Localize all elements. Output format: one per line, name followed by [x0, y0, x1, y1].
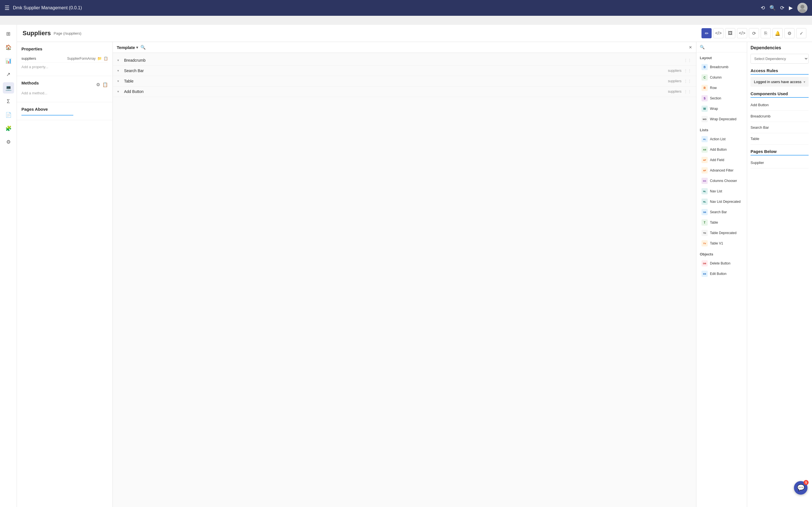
- layout-badge-ab: AB: [702, 147, 708, 153]
- code-button[interactable]: </>: [713, 28, 723, 38]
- layout-item-action-list[interactable]: AL Action List: [698, 134, 745, 144]
- layout-item-breadcrumb[interactable]: B Breadcrumb: [698, 62, 745, 72]
- layout-name-sb: Search Bar: [710, 210, 727, 214]
- avatar[interactable]: [797, 3, 808, 13]
- addbutton-chevron-icon: ▾: [117, 90, 122, 94]
- template-label: Template: [117, 45, 135, 50]
- copy-button[interactable]: ⎘: [761, 28, 771, 38]
- table-chevron-icon: ▾: [117, 79, 122, 83]
- layout-item-section[interactable]: S Section: [698, 93, 745, 103]
- template-item-addbutton[interactable]: ▾ Add Button suppliers ⋮⋮: [113, 87, 696, 97]
- template-title: Template ▾: [117, 45, 138, 50]
- image-button[interactable]: 🖼: [725, 28, 735, 38]
- pages-below-title: Pages Below: [751, 149, 809, 156]
- template-item-searchbar[interactable]: ▾ Search Bar suppliers ⋮⋮: [113, 66, 696, 76]
- embed-button[interactable]: </>: [737, 28, 747, 38]
- template-search-icon[interactable]: 🔍: [140, 45, 146, 50]
- component-item-table[interactable]: Table: [751, 133, 809, 145]
- layout-name-db: Delete Button: [710, 262, 730, 265]
- history-icon[interactable]: ⟲: [761, 5, 765, 11]
- template-item-breadcrumb[interactable]: ▾ Breadcrumb ⋮⋮: [113, 55, 696, 66]
- layout-panel: 🔍 ▼ Layout B Breadcrumb C Column R Row: [696, 42, 747, 507]
- layout-item-wrap-deprecated[interactable]: WD Wrap Deprecated: [698, 114, 745, 124]
- layout-badge-al: AL: [702, 136, 708, 142]
- refresh-button[interactable]: ⟳: [749, 28, 759, 38]
- notify-button[interactable]: 🔔: [772, 28, 783, 38]
- addbutton-grip-icon[interactable]: ⋮⋮: [684, 89, 692, 94]
- pages-above-title: Pages Above: [21, 107, 108, 112]
- layout-badge-sb: SB: [702, 209, 708, 215]
- methods-gear-icon[interactable]: ⚙: [96, 82, 100, 87]
- sidebar-item-components[interactable]: 🧩: [3, 123, 14, 134]
- addbutton-tag: suppliers: [668, 90, 681, 94]
- sidebar-item-grid[interactable]: ⊞: [3, 28, 14, 40]
- layout-name-t: Table: [710, 221, 718, 224]
- component-item-addbutton[interactable]: Add Button: [751, 100, 809, 111]
- page-below-supplier[interactable]: Supplier: [751, 157, 809, 168]
- layout-item-delete-button[interactable]: DB Delete Button: [698, 258, 745, 269]
- layout-item-edit-button[interactable]: EB Edit Button: [698, 269, 745, 279]
- layout-name-wrap: Wrap: [710, 107, 718, 111]
- layout-item-table[interactable]: T Table: [698, 217, 745, 228]
- layout-item-table-deprecated[interactable]: TD Table Deprecated: [698, 228, 745, 238]
- layout-search-input[interactable]: [706, 45, 747, 49]
- layout-item-advanced-filter[interactable]: AF Advanced Filter: [698, 165, 745, 175]
- chat-bubble[interactable]: 💬 5: [794, 481, 808, 495]
- layout-item-column[interactable]: C Column: [698, 72, 745, 82]
- add-property-placeholder[interactable]: Add a property...: [21, 62, 108, 71]
- settings-button[interactable]: ⚙: [784, 28, 795, 38]
- layout-search-icon: 🔍: [700, 45, 705, 49]
- template-chevron-icon[interactable]: ▾: [136, 45, 138, 50]
- methods-copy-icon[interactable]: 📋: [102, 82, 108, 87]
- layout-badge-cc: CC: [702, 178, 708, 184]
- layout-item-wrap[interactable]: W Wrap: [698, 104, 745, 114]
- sync-icon[interactable]: ⟳: [780, 5, 784, 11]
- layout-name-row: Row: [710, 86, 717, 90]
- template-item-table[interactable]: ▾ Table suppliers ⋮⋮: [113, 76, 696, 87]
- play-icon[interactable]: ▶: [789, 5, 793, 11]
- layout-item-row[interactable]: R Row: [698, 83, 745, 93]
- sidebar-item-files[interactable]: 📄: [3, 109, 14, 121]
- topnav-icons: ⟲ 🔍 ⟳ ▶: [761, 3, 808, 13]
- access-rule-item[interactable]: Logged in users have access ▾: [751, 77, 809, 87]
- properties-section: Properties suppliers SupplierFormArray 📁…: [17, 42, 112, 76]
- check-button[interactable]: ✓: [796, 28, 806, 38]
- sidebar-item-pages[interactable]: 💻: [3, 82, 14, 94]
- edit-button[interactable]: ✏: [702, 28, 712, 38]
- layout-badge-td: TD: [702, 230, 708, 236]
- content-area: Suppliers Page (/suppliers) ✏ </> 🖼 </> …: [17, 25, 812, 507]
- searchbar-grip-icon[interactable]: ⋮⋮: [684, 68, 692, 73]
- component-item-breadcrumb[interactable]: Breadcrumb: [751, 111, 809, 122]
- add-method-placeholder[interactable]: Add a method...: [21, 89, 108, 98]
- layout-item-search-bar[interactable]: SB Search Bar: [698, 207, 745, 217]
- layout-item-add-field[interactable]: AF Add Field: [698, 155, 745, 165]
- template-close-icon[interactable]: ✕: [689, 45, 692, 50]
- methods-title: Methods: [21, 80, 39, 86]
- layout-item-add-button[interactable]: AB Add Button: [698, 145, 745, 155]
- layout-item-nav-list[interactable]: NL Nav List: [698, 186, 745, 196]
- table-grip-icon[interactable]: ⋮⋮: [684, 79, 692, 83]
- icon-sidebar: ⊞ 🏠 📊 ↗ 💻 Σ 📄 🧩 ⚙: [0, 25, 17, 507]
- sidebar-item-sigma[interactable]: Σ: [3, 96, 14, 107]
- property-copy-icon[interactable]: 📋: [103, 56, 108, 61]
- sidebar-item-analytics[interactable]: 📊: [3, 55, 14, 66]
- main-layout: ⊞ 🏠 📊 ↗ 💻 Σ 📄 🧩 ⚙ Suppliers Page (/suppl…: [0, 25, 812, 507]
- breadcrumb-grip-icon[interactable]: ⋮⋮: [684, 58, 692, 62]
- layout-item-nav-list-deprecated[interactable]: NL Nav List Deprecated: [698, 196, 745, 207]
- objects-section-title: Objects: [696, 249, 747, 258]
- sidebar-item-share[interactable]: ↗: [3, 69, 14, 80]
- template-search-input[interactable]: [148, 45, 687, 50]
- dependencies-panel: Dependencies Select Dependency Access Ru…: [747, 42, 812, 507]
- deps-select[interactable]: Select Dependency: [751, 54, 809, 64]
- layout-item-table-v1[interactable]: TV Table V1: [698, 238, 745, 248]
- property-folder-icon[interactable]: 📁: [97, 56, 102, 61]
- layout-section-title: Layout: [696, 52, 747, 62]
- layout-badge-db: DB: [702, 260, 708, 267]
- layout-item-columns-chooser[interactable]: CC Columns Chooser: [698, 176, 745, 186]
- search-topnav-icon[interactable]: 🔍: [769, 5, 776, 11]
- component-item-searchbar[interactable]: Search Bar: [751, 122, 809, 133]
- sidebar-item-settings[interactable]: ⚙: [3, 136, 14, 148]
- layout-badge-af1: AF: [702, 157, 708, 163]
- sidebar-item-home[interactable]: 🏠: [3, 42, 14, 53]
- menu-icon[interactable]: ☰: [4, 4, 10, 11]
